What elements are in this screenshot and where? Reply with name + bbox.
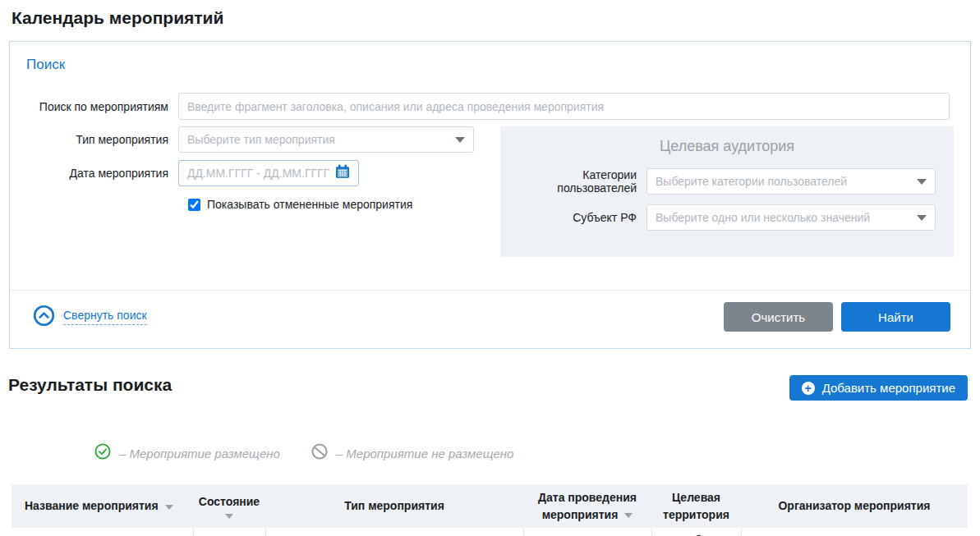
search-input[interactable] — [178, 93, 950, 120]
user-categories-row: Категории пользователей Выберите категор… — [500, 168, 954, 195]
column-header-territory: Целевая территория — [651, 484, 741, 528]
calendar-icon[interactable] — [335, 164, 350, 182]
event-type-select[interactable]: Выберите тип мероприятия — [178, 126, 474, 153]
chevron-up-circle-icon — [33, 305, 63, 330]
event-type-placeholder: Выберите тип мероприятия — [187, 133, 335, 146]
column-header-label: Состояние — [199, 493, 260, 510]
search-panel-title: Поиск — [10, 42, 970, 93]
ban-circle-icon — [311, 443, 328, 463]
column-header-label: Название мероприятия — [25, 499, 159, 512]
column-header-label: Тип мероприятия — [344, 499, 444, 512]
search-form-main: Тип мероприятия Выберите тип мероприятия… — [10, 126, 970, 257]
event-type-label: Тип мероприятия — [10, 133, 178, 146]
results-title: Результаты поиска — [8, 375, 172, 395]
sort-icon[interactable] — [225, 514, 233, 519]
search-panel: Поиск Поиск по мероприятиям Тип мероприя… — [9, 41, 971, 349]
cell-event-date: 18.05.2017 — [523, 528, 651, 536]
legend-item-not-published: – Мероприятие не размещено — [311, 443, 514, 463]
collapse-search-link[interactable]: Свернуть поиск — [33, 305, 147, 330]
clear-button[interactable]: Очистить — [724, 302, 833, 332]
column-header-label: Дата проведения мероприятия — [538, 491, 637, 520]
region-label: Субъект РФ — [500, 211, 646, 224]
legend-not-published-text: – Мероприятие не размещено — [336, 447, 514, 460]
column-header-label: Организатор мероприятия — [778, 499, 930, 512]
user-categories-label: Категории пользователей — [500, 168, 646, 195]
page-title: Календарь мероприятий — [12, 8, 980, 28]
legend-item-published: – Мероприятие размещено — [94, 443, 280, 463]
show-cancelled-label: Показывать отмененные мероприятия — [207, 198, 412, 211]
legend-published-text: – Мероприятие размещено — [119, 447, 280, 460]
region-placeholder: Выберите одно или несколько значений — [656, 211, 870, 224]
show-cancelled-checkbox[interactable] — [188, 199, 200, 211]
column-header-event-name: Название мероприятия — [12, 484, 193, 528]
cell-organizer: АнтартикНаучсофт — [741, 528, 968, 536]
type-row: Тип мероприятия Выберите тип мероприятия — [10, 126, 500, 153]
event-date-label: Дата мероприятия — [10, 167, 178, 180]
column-header-organizer: Организатор мероприятия — [741, 484, 968, 528]
add-event-label: Добавить мероприятие — [822, 381, 955, 395]
search-panel-footer: Свернуть поиск Очистить Найти — [10, 291, 970, 337]
user-categories-select[interactable]: Выберите категории пользователей — [646, 168, 936, 195]
date-range-placeholder: ДД.ММ.ГГГГ - ДД.ММ.ГГГГ — [187, 167, 329, 180]
column-header-event-type: Тип мероприятия — [265, 484, 523, 528]
show-cancelled-row: Показывать отмененные мероприятия — [188, 198, 500, 211]
check-circle-icon — [94, 443, 111, 463]
add-event-button[interactable]: Добавить мероприятие — [789, 375, 968, 401]
status-legend: – Мероприятие размещено – Мероприятие не… — [94, 443, 980, 463]
region-row: Субъект РФ Выберите одно или несколько з… — [500, 204, 954, 231]
cell-event-type: Вебинар — [265, 528, 523, 536]
region-select[interactable]: Выберите одно или несколько значений — [646, 204, 936, 231]
find-button[interactable]: Найти — [841, 302, 950, 332]
results-table: Название мероприятия Состояние Тип мероп… — [12, 484, 968, 536]
chevron-down-icon — [917, 179, 927, 185]
plus-circle-icon — [802, 382, 815, 395]
search-form-left: Тип мероприятия Выберите тип мероприятия… — [10, 126, 500, 211]
footer-buttons: Очистить Найти — [724, 302, 950, 332]
sort-icon[interactable] — [624, 513, 633, 518]
query-label: Поиск по мероприятиям — [10, 100, 178, 113]
table-header-row: Название мероприятия Состояние Тип мероп… — [12, 484, 968, 528]
chevron-down-icon — [917, 215, 927, 221]
query-row: Поиск по мероприятиям — [10, 93, 970, 120]
collapse-search-label: Свернуть поиск — [63, 309, 147, 325]
target-audience-panel: Целевая аудитория Категории пользователе… — [500, 126, 954, 257]
date-range-input[interactable]: ДД.ММ.ГГГГ - ДД.ММ.ГГГГ — [178, 160, 359, 186]
column-header-label: Целевая территория — [663, 491, 729, 520]
results-header: Результаты поиска Добавить мероприятие — [8, 375, 968, 401]
column-header-event-date: Дата проведения мероприятия — [523, 484, 651, 528]
column-header-status: Состояние — [193, 484, 265, 528]
table-row: Вебинар Вебинар 18.05.2017 Все субъекты … — [12, 528, 968, 536]
cell-status — [193, 528, 265, 536]
date-row: Дата мероприятия ДД.ММ.ГГГГ - ДД.ММ.ГГГГ — [10, 160, 500, 186]
target-audience-title: Целевая аудитория — [500, 138, 954, 155]
chevron-down-icon — [455, 137, 465, 143]
user-categories-placeholder: Выберите категории пользователей — [656, 175, 847, 188]
cell-territory: Все субъекты РФ — [651, 528, 741, 536]
sort-icon[interactable] — [165, 505, 173, 510]
cell-event-name: Вебинар — [12, 528, 193, 536]
